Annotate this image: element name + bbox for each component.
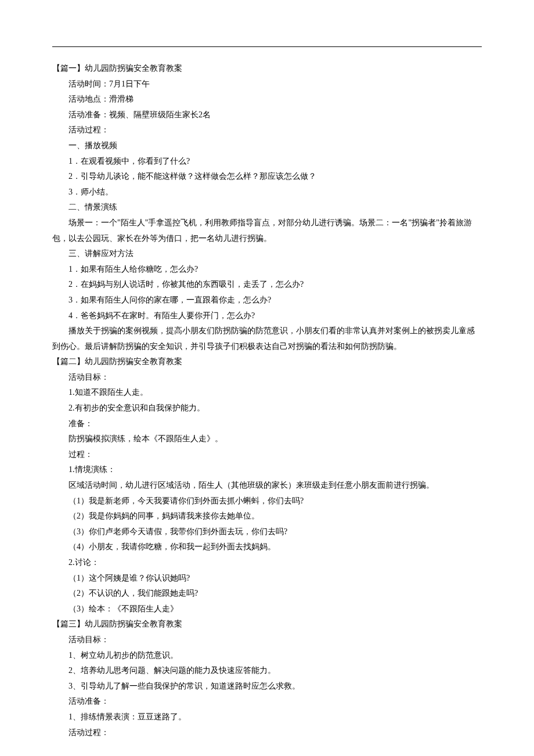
body-line: 2.讨论： (52, 555, 482, 571)
top-rule (52, 46, 482, 47)
body-line: 活动准备：视频、隔壁班级陌生家长2名 (52, 107, 482, 123)
body-line: 活动时间：7月1日下午 (52, 77, 482, 92)
body-line: （2）我是你妈妈的同事，妈妈请我来接你去她单位。 (52, 509, 482, 524)
body-line: 一、播放视频 (52, 138, 482, 154)
section3-title: 【篇三】幼儿园防拐骗安全教育教案 (52, 617, 482, 632)
body-line: 防拐骗模拟演练，绘本《不跟陌生人走》。 (52, 431, 482, 447)
wrap-line: 包，以去公园玩、家长在外等为借口，把一名幼儿进行拐骗。 (52, 231, 482, 247)
body-line: 1．如果有陌生人给你糖吃，怎么办? (52, 262, 482, 278)
body-line: 三、讲解应对方法 (52, 246, 482, 262)
body-line: 活动目标： (52, 632, 482, 648)
body-line: 活动准备： (52, 694, 482, 710)
body-line: 1、排练情景表演：豆豆迷路了。 (52, 710, 482, 725)
document-page: 【篇一】幼儿园防拐骗安全教育教案 活动时间：7月1日下午 活动地点：滑滑梯 活动… (0, 0, 534, 756)
body-line: 2.有初步的安全意识和自我保护能力。 (52, 401, 482, 416)
body-line: 3．师小结。 (52, 185, 482, 200)
section2-title: 【篇二】幼儿园防拐骗安全教育教案 (52, 354, 482, 370)
section1-title: 【篇一】幼儿园防拐骗安全教育教案 (52, 61, 482, 77)
body-line: 1.知道不跟陌生人走。 (52, 385, 482, 401)
body-line: （2）不认识的人，我们能跟她走吗? (52, 586, 482, 602)
body-line: 4．爸爸妈妈不在家时。有陌生人要你开门，怎么办? (52, 308, 482, 324)
body-line: 3、引导幼儿了解一些自我保护的常识，知道迷路时应怎么求救。 (52, 679, 482, 694)
body-line: 活动过程： (52, 123, 482, 138)
body-line: （1）这个阿姨是谁？你认识她吗? (52, 571, 482, 586)
body-line: 1、树立幼儿初步的防范意识。 (52, 648, 482, 664)
body-line: （4）小朋友，我请你吃糖，你和我一起到外面去找妈妈。 (52, 539, 482, 555)
body-line: 2、培养幼儿思考问题、解决问题的能力及快速应答能力。 (52, 663, 482, 679)
body-line: 场景一：一个"陌生人"手拿遥控飞机，利用教师指导盲点，对部分幼儿进行诱骗。场景二… (52, 215, 482, 231)
body-line: 二、情景演练 (52, 200, 482, 215)
body-line: 准备： (52, 416, 482, 432)
body-line: （3）绘本：《不跟陌生人走》 (52, 602, 482, 617)
body-line: 活动目标： (52, 370, 482, 386)
wrap-line: 到伤心。最后讲解防拐骗的安全知识，并引导孩子们积极表达自己对拐骗的看法和如何防拐… (52, 339, 482, 355)
body-line: （3）你们卢老师今天请假，我带你们到外面去玩，你们去吗? (52, 524, 482, 540)
body-line: 活动地点：滑滑梯 (52, 92, 482, 107)
body-line: 1.情境演练： (52, 462, 482, 478)
body-line: 3．如果有陌生人问你的家在哪，一直跟着你走，怎么办? (52, 293, 482, 308)
body-line: （1）我是新老师，今天我要请你们到外面去抓小蝌蚪，你们去吗? (52, 494, 482, 509)
body-line: 1．在观看视频中，你看到了什么? (52, 154, 482, 170)
body-line: 区域活动时间，幼儿进行区域活动，陌生人（其他班级的家长）来班级走到任意小朋友面前… (52, 478, 482, 494)
body-line: 播放关于拐骗的案例视频，提高小朋友们防拐防骗的防范意识，小朋友们看的非常认真并对… (52, 323, 482, 339)
body-line: 过程： (52, 447, 482, 463)
body-line: 2．在妈妈与别人说话时，你被其他的东西吸引，走丢了，怎么办? (52, 277, 482, 293)
body-line: 活动过程： (52, 725, 482, 741)
body-line: 2．引导幼儿谈论，能不能这样做？这样做会怎么样？那应该怎么做？ (52, 169, 482, 185)
